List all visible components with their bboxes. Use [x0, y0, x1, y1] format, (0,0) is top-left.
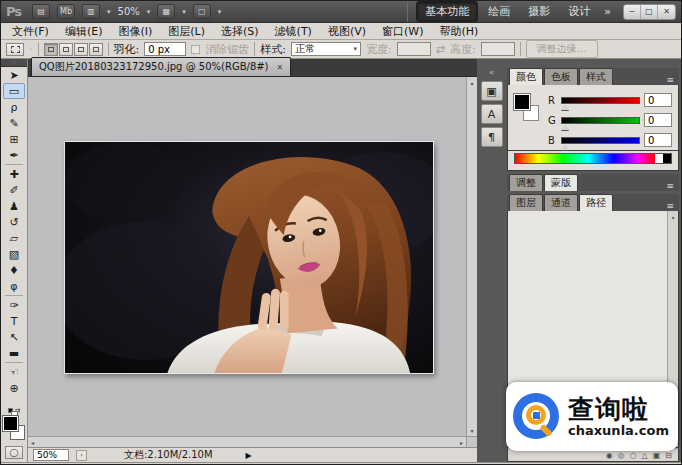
menu-edit[interactable]: 编辑(E): [57, 23, 111, 40]
load-selection-icon[interactable]: ○: [630, 451, 637, 460]
fill-path-icon[interactable]: ◉: [606, 451, 613, 460]
menu-file[interactable]: 文件(F): [4, 23, 57, 40]
tab-layers[interactable]: 图层: [509, 194, 543, 211]
expand-panels-icon[interactable]: «: [489, 68, 494, 78]
view-extras-dropdown-icon[interactable]: ▾: [107, 8, 111, 16]
new-path-icon[interactable]: ▣: [653, 451, 661, 460]
paths-scroll-up-icon[interactable]: ▴: [671, 213, 674, 220]
workspace-essentials[interactable]: 基本功能: [416, 1, 478, 22]
clone-stamp-tool[interactable]: ♟: [1, 198, 27, 214]
feather-input[interactable]: [144, 42, 186, 56]
make-work-path-icon[interactable]: △: [642, 451, 648, 460]
document-tab[interactable]: QQ图片20180323172950.jpg @ 50%(RGB/8#) ✕: [31, 57, 291, 76]
blue-slider[interactable]: [561, 137, 640, 144]
scroll-up-icon[interactable]: ▴: [470, 79, 473, 86]
selection-mode-subtract[interactable]: [74, 43, 88, 56]
red-value-input[interactable]: [644, 93, 672, 107]
shape-tool[interactable]: ▬: [1, 345, 27, 361]
workspace-design[interactable]: 设计: [560, 2, 598, 21]
red-slider[interactable]: [561, 97, 640, 104]
tab-masks[interactable]: 蒙版: [544, 174, 578, 191]
view-extras-icon[interactable]: ▥: [82, 4, 100, 19]
move-tool[interactable]: ➤: [1, 67, 27, 83]
character-panel-icon[interactable]: A: [481, 104, 503, 124]
color-panel-menu-icon[interactable]: ≡: [663, 75, 677, 85]
close-button[interactable]: ✕: [658, 5, 675, 19]
tab-styles[interactable]: 样式: [579, 68, 613, 85]
foreground-color-swatch[interactable]: [3, 416, 18, 431]
path-selection-tool[interactable]: ↖: [1, 329, 27, 345]
selection-mode-add[interactable]: [59, 43, 73, 56]
green-slider-thumb[interactable]: [561, 124, 569, 130]
zoom-tool[interactable]: ⊕: [1, 380, 27, 396]
vertical-scrollbar[interactable]: ▴ ▾: [466, 77, 477, 436]
dock-header[interactable]: ∷: [479, 61, 679, 68]
menu-image[interactable]: 图像(I): [110, 23, 160, 40]
scroll-down-icon[interactable]: ▾: [470, 427, 473, 434]
eyedropper-tool[interactable]: ✒: [1, 147, 27, 163]
workspace-photography[interactable]: 摄影: [520, 2, 558, 21]
horizontal-scrollbar[interactable]: ◂ ▸: [28, 436, 466, 447]
green-slider[interactable]: [561, 117, 640, 124]
screen-mode-dropdown-icon[interactable]: ▾: [218, 8, 222, 16]
brush-tool[interactable]: ✐: [1, 182, 27, 198]
scroll-right-icon[interactable]: ▸: [460, 439, 463, 446]
quick-mask-button[interactable]: ◯: [5, 446, 23, 459]
green-value-input[interactable]: [644, 113, 672, 127]
blue-slider-thumb[interactable]: [561, 144, 569, 150]
selection-mode-new[interactable]: [44, 43, 58, 56]
dodge-tool[interactable]: φ: [1, 278, 27, 294]
tab-channels[interactable]: 通道: [544, 194, 578, 211]
history-panel-icon[interactable]: ▣: [481, 81, 503, 101]
launch-bridge-icon[interactable]: ▤: [32, 4, 50, 19]
current-tool-icon[interactable]: [6, 43, 24, 56]
zoom-dropdown-icon[interactable]: ▾: [147, 8, 151, 16]
menu-window[interactable]: 窗口(W): [374, 23, 431, 40]
blue-value-input[interactable]: [644, 133, 672, 147]
minimize-button[interactable]: ─: [624, 5, 641, 19]
status-icon[interactable]: ›: [76, 450, 87, 461]
eraser-tool[interactable]: ▱: [1, 230, 27, 246]
tool-preset-dropdown-icon[interactable]: ▾: [29, 45, 33, 53]
menu-layer[interactable]: 图层(L): [160, 23, 213, 40]
tab-paths[interactable]: 路径: [579, 194, 613, 211]
panel-foreground-swatch[interactable]: [514, 94, 530, 110]
arrange-documents-icon[interactable]: ▦: [157, 4, 175, 19]
delete-path-icon[interactable]: ⊟: [665, 451, 672, 460]
type-tool[interactable]: T: [1, 313, 27, 329]
canvas-background[interactable]: [28, 77, 466, 436]
rectangular-marquee-tool[interactable]: ▭: [3, 83, 25, 99]
tab-adjustments[interactable]: 调整: [509, 174, 543, 191]
history-brush-tool[interactable]: ↺: [1, 214, 27, 230]
adjustments-panel-menu-icon[interactable]: ≡: [663, 181, 677, 191]
menu-view[interactable]: 视图(V): [320, 23, 374, 40]
workspace-overflow-icon[interactable]: »: [600, 5, 615, 18]
status-flyout-icon[interactable]: ▶: [246, 451, 252, 460]
screen-mode-icon[interactable]: ▢: [193, 4, 211, 19]
tab-color[interactable]: 颜色: [509, 68, 543, 85]
red-slider-thumb[interactable]: [561, 104, 569, 110]
quick-selection-tool[interactable]: ✎: [1, 115, 27, 131]
crop-tool[interactable]: ⊞: [1, 131, 27, 147]
antialias-checkbox[interactable]: [191, 45, 200, 54]
menu-help[interactable]: 帮助(H): [431, 23, 486, 40]
lasso-tool[interactable]: ρ: [1, 99, 27, 115]
restore-button[interactable]: □: [641, 5, 658, 19]
layers-panel-menu-icon[interactable]: ≡: [663, 201, 677, 211]
paragraph-panel-icon[interactable]: ¶: [481, 127, 503, 147]
menu-filter[interactable]: 滤镜(T): [267, 23, 320, 40]
pen-tool[interactable]: ✑: [1, 297, 27, 313]
tab-swatches[interactable]: 色板: [544, 68, 578, 85]
status-zoom-input[interactable]: [33, 449, 69, 461]
mini-bridge-icon[interactable]: Mb: [57, 4, 75, 19]
menu-select[interactable]: 选择(S): [213, 23, 267, 40]
style-select[interactable]: 正常 ▾: [291, 42, 361, 56]
arrange-dropdown-icon[interactable]: ▾: [182, 8, 186, 16]
zoom-level-control[interactable]: 50%: [118, 6, 140, 17]
photo-canvas[interactable]: [64, 141, 434, 374]
selection-mode-intersect[interactable]: [89, 43, 103, 56]
scroll-left-icon[interactable]: ◂: [31, 439, 34, 446]
tools-panel-header[interactable]: ∷: [1, 59, 27, 67]
default-colors-icon[interactable]: [8, 408, 13, 413]
gradient-tool[interactable]: ▧: [1, 246, 27, 262]
